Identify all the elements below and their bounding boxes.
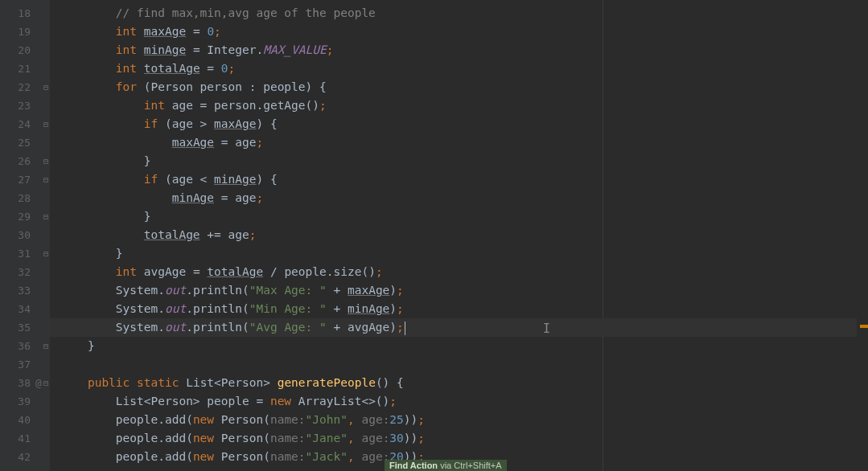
gutter[interactable]: 1819202122⊟2324⊟2526⊟27⊟2829⊟3031⊟323334… <box>0 0 50 471</box>
text-token: ) <box>389 284 397 297</box>
line-number[interactable]: 26⊟ <box>0 152 50 170</box>
code-area[interactable]: // find max,min,avg age of the people in… <box>50 0 868 471</box>
line-number[interactable]: 25 <box>0 133 50 152</box>
text-token: Person( <box>214 413 270 426</box>
text-token <box>60 6 116 19</box>
line-number[interactable]: 31⊟ <box>0 244 50 263</box>
fold-icon[interactable]: ⊟ <box>43 337 48 355</box>
text-token <box>60 99 144 112</box>
text-token: .println( <box>186 321 249 334</box>
fold-icon[interactable]: ⊟ <box>43 170 48 189</box>
line-number[interactable]: 35 <box>0 318 50 337</box>
code-line[interactable]: public static List<Person> generatePeopl… <box>50 374 868 392</box>
line-number[interactable]: 42 <box>0 448 50 466</box>
fold-icon[interactable]: ⊟ <box>43 244 48 263</box>
code-editor[interactable]: 1819202122⊟2324⊟2526⊟27⊟2829⊟3031⊟323334… <box>0 0 868 471</box>
line-number[interactable]: 37 <box>0 355 50 374</box>
line-number[interactable]: 39 <box>0 392 50 411</box>
underline-token: totalAge <box>144 62 200 75</box>
kw-token: if <box>144 173 158 186</box>
semi-token: , <box>348 413 355 426</box>
code-line[interactable]: int minAge = Integer.MAX_VALUE; <box>50 41 868 59</box>
line-number[interactable]: 43 <box>0 466 50 471</box>
line-number[interactable]: 29⊟ <box>0 207 50 226</box>
code-line[interactable]: people.add(new Person(name:"Jane", age:3… <box>50 429 868 448</box>
kw-token: int <box>144 99 165 112</box>
text-token <box>137 43 144 56</box>
fold-icon[interactable]: ⊟ <box>43 207 48 226</box>
vcs-marker: @ <box>35 374 42 392</box>
text-token: System. <box>60 302 165 315</box>
code-line[interactable]: int avgAge = totalAge / people.size(); <box>50 263 868 281</box>
text-token: System. <box>60 321 165 334</box>
line-number[interactable]: 22⊟ <box>0 78 50 96</box>
code-line[interactable]: int age = person.getAge(); <box>50 96 868 115</box>
code-line[interactable]: } <box>50 152 868 170</box>
hint-token: name: <box>270 413 306 426</box>
line-number[interactable]: 27⊟ <box>0 170 50 189</box>
line-number[interactable]: 33 <box>0 281 50 300</box>
fold-icon[interactable]: ⊟ <box>43 78 48 96</box>
text-token: Person( <box>214 450 270 463</box>
kw-token: static <box>137 376 179 389</box>
fold-icon[interactable]: ⊟ <box>43 374 48 392</box>
scroll-marker[interactable] <box>860 325 868 328</box>
line-number[interactable]: 23 <box>0 96 50 115</box>
line-number[interactable]: 28 <box>0 189 50 207</box>
line-number[interactable]: 41 <box>0 429 50 448</box>
num-token: 30 <box>389 432 403 444</box>
text-token <box>60 265 116 278</box>
code-line[interactable]: minAge = age; <box>50 189 868 207</box>
semi-token: ; <box>256 191 263 204</box>
code-line[interactable]: System.out.println("Min Age: " + minAge)… <box>50 300 868 318</box>
text-token: () { <box>376 376 404 389</box>
line-number[interactable]: 19 <box>0 23 50 41</box>
code-line[interactable]: people.add(new Person(name:"John", age:2… <box>50 411 868 429</box>
text-token: (Person person : people) { <box>137 80 327 93</box>
code-line[interactable]: if (age > maxAge) { <box>50 115 868 133</box>
code-line[interactable]: maxAge = age; <box>50 133 868 152</box>
scrollbar[interactable] <box>857 0 868 471</box>
code-line[interactable]: if (age < minAge) { <box>50 170 868 189</box>
text-token: } <box>60 154 151 167</box>
fold-icon[interactable]: ⊟ <box>43 152 48 170</box>
text-token: )) <box>404 432 418 444</box>
str-token: "Min Age: " <box>249 302 327 315</box>
line-number[interactable]: 24⊟ <box>0 115 50 133</box>
line-number[interactable]: 38⊟@ <box>0 374 50 392</box>
code-line[interactable]: int maxAge = 0; <box>50 23 868 41</box>
str-token: "Jack" <box>306 450 348 463</box>
line-number[interactable]: 40 <box>0 411 50 429</box>
code-line[interactable]: List<Person> people = new ArrayList<>(); <box>50 392 868 411</box>
fold-icon[interactable]: ⊟ <box>43 115 48 133</box>
text-token <box>60 228 144 241</box>
code-line[interactable]: } <box>50 244 868 263</box>
code-line[interactable] <box>50 355 868 374</box>
text-token: )) <box>404 413 418 426</box>
kw-token: new <box>193 413 214 426</box>
code-line[interactable]: System.out.println("Max Age: " + maxAge)… <box>50 281 868 300</box>
method-token: generatePeople <box>278 376 376 389</box>
line-number[interactable]: 36⊟ <box>0 337 50 355</box>
text-token: } <box>60 210 151 223</box>
semi-token: ; <box>256 136 263 149</box>
line-number[interactable]: 32 <box>0 263 50 281</box>
text-token: } <box>60 247 123 260</box>
line-number[interactable]: 18 <box>0 4 50 23</box>
line-number[interactable]: 20 <box>0 41 50 59</box>
hint-token: age: <box>361 413 389 426</box>
code-line[interactable]: } <box>50 337 868 355</box>
code-line[interactable]: System.out.println("Avg Age: " + avgAge)… <box>50 318 868 337</box>
text-token <box>60 25 116 38</box>
text-token <box>60 43 116 56</box>
str-token: "Max Age: " <box>249 284 327 297</box>
line-number[interactable]: 21 <box>0 59 50 78</box>
line-number[interactable]: 30 <box>0 226 50 244</box>
code-line[interactable]: for (Person person : people) { <box>50 78 868 96</box>
code-line[interactable]: // find max,min,avg age of the people <box>50 4 868 23</box>
code-line[interactable]: int totalAge = 0; <box>50 59 868 78</box>
num-token: 0 <box>221 62 228 75</box>
code-line[interactable]: totalAge += age; <box>50 226 868 244</box>
code-line[interactable]: } <box>50 207 868 226</box>
line-number[interactable]: 34 <box>0 300 50 318</box>
